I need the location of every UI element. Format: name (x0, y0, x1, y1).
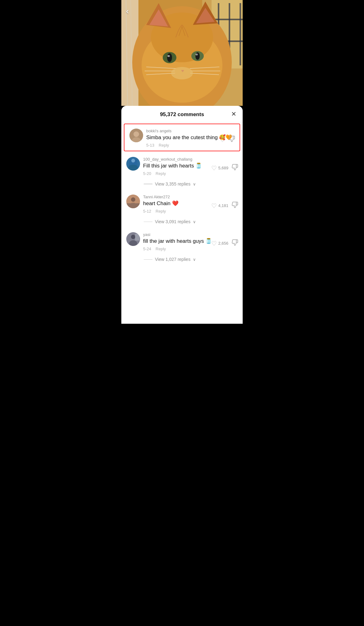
reply-button[interactable]: Reply (159, 143, 169, 148)
svg-point-44 (131, 235, 135, 239)
chevron-down-icon: ∨ (193, 219, 196, 224)
view-replies-button[interactable]: View 1,027 replies ∨ (121, 254, 243, 266)
like-count: 5,689 (218, 166, 228, 170)
comment-item: Tanni Akter272 heart Chain ❤️ 5-12 Reply… (121, 190, 243, 217)
comments-header: 95,372 comments ✕ (121, 106, 243, 122)
video-thumbnail: ‹ (121, 0, 243, 106)
view-replies-button[interactable]: View 3,355 replies ∨ (121, 179, 243, 190)
dislike-button[interactable] (231, 201, 238, 210)
view-replies-text: View 1,027 replies (155, 257, 190, 262)
avatar (129, 129, 143, 142)
svg-point-23 (195, 54, 198, 55)
dislike-button[interactable] (231, 239, 238, 247)
like-count: 2,656 (218, 241, 228, 246)
svg-point-37 (131, 159, 135, 162)
reply-button[interactable]: Reply (156, 209, 166, 214)
comment-date: 5-13 (146, 143, 154, 148)
dislike-button[interactable] (231, 164, 238, 172)
reply-button[interactable]: Reply (156, 247, 166, 251)
comments-list: bokki's angels Simba you are the cutest … (121, 124, 243, 266)
back-button[interactable]: ‹ (126, 6, 129, 16)
replies-line (144, 259, 152, 260)
svg-rect-5 (240, 3, 241, 65)
svg-rect-42 (126, 203, 140, 208)
dislike-button[interactable] (228, 135, 235, 144)
heart-icon: ♡ (220, 136, 225, 144)
comment-date: 5-20 (143, 171, 151, 176)
comment-username: 100_day_workout_challang (143, 157, 238, 162)
svg-point-33 (133, 131, 139, 137)
comments-count-title: 95,372 comments (160, 111, 204, 118)
view-replies-button[interactable]: View 3,091 replies ∨ (121, 217, 243, 228)
comment-item: 100_day_workout_challang Fill this jar w… (121, 153, 243, 179)
like-count: 4,181 (218, 203, 228, 208)
heart-icon: ♡ (211, 164, 217, 172)
replies-line (144, 184, 152, 184)
svg-rect-6 (212, 19, 243, 20)
comment-username: yasi (143, 232, 238, 237)
svg-point-19 (167, 53, 172, 62)
svg-point-22 (195, 52, 200, 60)
comment-actions: ♡ (220, 135, 235, 144)
comments-sheet: 95,372 comments ✕ bokki's angels Simba y… (121, 106, 243, 324)
like-button[interactable]: ♡ 2,656 (211, 240, 228, 247)
heart-icon: ♡ (211, 240, 217, 247)
comment-item: yasi fill the jar with hearts guys 🫙 5-2… (121, 228, 243, 254)
svg-point-20 (167, 55, 170, 57)
comment-username: Tanni Akter272 (143, 195, 238, 199)
svg-point-40 (131, 197, 135, 202)
svg-rect-46 (135, 234, 139, 241)
comment-date: 5-12 (143, 209, 151, 214)
avatar (126, 232, 140, 246)
comment-item: bokki's angels Simba you are the cutest … (124, 124, 240, 151)
close-button[interactable]: ✕ (231, 110, 236, 118)
view-replies-text: View 3,355 replies (155, 181, 190, 186)
heart-icon: ♡ (211, 202, 217, 209)
comment-actions: ♡ 2,656 (211, 239, 238, 247)
like-button[interactable]: ♡ 4,181 (211, 202, 228, 209)
comment-actions: ♡ 4,181 (211, 201, 238, 210)
like-button[interactable]: ♡ 5,689 (211, 164, 228, 172)
avatar (126, 195, 140, 208)
reply-button[interactable]: Reply (156, 171, 166, 176)
chevron-down-icon: ∨ (193, 257, 196, 262)
comment-username: bokki's angels (146, 129, 235, 133)
replies-line (144, 222, 152, 222)
comment-date: 5-24 (143, 247, 151, 251)
view-replies-text: View 3,091 replies (155, 219, 190, 224)
svg-point-31 (171, 67, 193, 79)
chevron-down-icon: ∨ (193, 182, 196, 186)
avatar (126, 157, 140, 171)
comment-actions: ♡ 5,689 (211, 164, 238, 172)
like-button[interactable]: ♡ (220, 136, 225, 144)
